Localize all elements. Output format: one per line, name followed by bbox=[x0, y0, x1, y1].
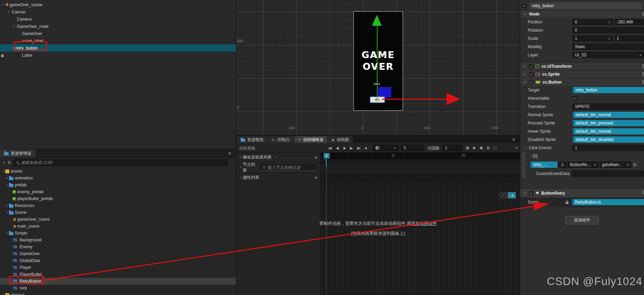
sort-icon[interactable]: ⇅ bbox=[8, 160, 11, 165]
chevron-right-icon[interactable] bbox=[5, 177, 9, 180]
asset-search-box[interactable] bbox=[13, 159, 228, 166]
chevron-down-icon[interactable] bbox=[6, 211, 9, 215]
position-x-field[interactable]: 0X bbox=[572, 19, 613, 25]
panel-menu-icon[interactable] bbox=[512, 137, 515, 142]
tree-node-label-child[interactable]: Label bbox=[0, 52, 236, 59]
tab-animation-editor[interactable]: 动画编辑器 bbox=[294, 136, 327, 143]
gizmo-y-axis-line[interactable] bbox=[377, 25, 378, 100]
tree-node-camera[interactable]: Camera bbox=[0, 15, 236, 23]
chevron-right-icon[interactable] bbox=[5, 204, 9, 207]
chevron-right-icon[interactable] bbox=[1, 294, 5, 295]
create-asset-icon[interactable]: + bbox=[2, 160, 5, 165]
help-icon[interactable] bbox=[642, 80, 644, 84]
custom-event-data-field[interactable] bbox=[572, 171, 644, 177]
tree-node-gameover[interactable]: GameOver bbox=[0, 30, 236, 37]
node-name-field[interactable]: retry_button bbox=[529, 2, 643, 9]
node-list-header[interactable]: 节点列表 ⊙ bbox=[236, 162, 320, 173]
asset-row-enemy-prefab[interactable]: enemy_prefab bbox=[0, 188, 236, 195]
help-icon[interactable] bbox=[642, 64, 644, 68]
node-section-header[interactable]: Node bbox=[520, 10, 644, 18]
pressed-sprite-field[interactable]: default_btn_pressed bbox=[572, 120, 644, 126]
event-component-dropdown[interactable]: ButtonRe...∨ bbox=[568, 162, 599, 168]
scale-y-field[interactable]: 1 bbox=[614, 35, 644, 42]
playhead-marker[interactable]: 0 bbox=[324, 153, 330, 159]
hover-sprite-field[interactable]: default_btn_normal bbox=[572, 128, 644, 134]
asset-row-globaldata[interactable]: GlobalData bbox=[0, 257, 236, 264]
help-icon[interactable] bbox=[642, 72, 644, 76]
tab-assets-manager[interactable]: 资源管理器 bbox=[0, 149, 35, 157]
asset-row-player[interactable]: Player bbox=[0, 264, 236, 271]
chevron-down-icon[interactable] bbox=[6, 231, 9, 235]
event-target-field[interactable]: retry_... bbox=[530, 162, 557, 168]
chevron-right-icon[interactable] bbox=[523, 65, 527, 68]
asset-row-background[interactable]: Background bbox=[0, 237, 236, 243]
grid-icon[interactable]: ▦ bbox=[466, 146, 469, 150]
keyboard-icon[interactable]: ▤ bbox=[487, 146, 489, 150]
add-track-icon[interactable]: + bbox=[315, 155, 317, 160]
component-enabled-checkbox[interactable] bbox=[529, 80, 533, 84]
export-icon[interactable]: ⇥ bbox=[515, 146, 517, 150]
button-section-header[interactable]: cc.Button bbox=[520, 78, 644, 86]
mute-icon[interactable]: ♫ bbox=[274, 155, 276, 159]
asset-row-resources[interactable]: Resources bbox=[0, 202, 236, 209]
interval-field[interactable]: 1 bbox=[443, 145, 462, 151]
target-reference-field[interactable]: retry_button bbox=[572, 87, 644, 93]
asset-row-prefab[interactable]: prefab bbox=[0, 182, 236, 188]
chevron-down-icon[interactable] bbox=[524, 146, 527, 150]
refresh-icon[interactable]: ↻ bbox=[633, 162, 637, 167]
disabled-sprite-field[interactable]: default_btn_disabled bbox=[572, 136, 644, 143]
gizmo-y-axis-arrow-icon[interactable] bbox=[372, 15, 382, 26]
playhead-line-bright[interactable] bbox=[326, 159, 327, 166]
component-enabled-checkbox[interactable] bbox=[529, 72, 533, 76]
skip-start-icon[interactable]: |◀ bbox=[328, 146, 331, 150]
asset-row-root[interactable]: root bbox=[0, 285, 236, 292]
chevron-down-icon[interactable] bbox=[6, 183, 9, 187]
tree-node-scene-root[interactable]: gameOver_scene bbox=[0, 1, 236, 8]
component-enabled-checkbox[interactable] bbox=[529, 64, 533, 68]
chevron-down-icon[interactable] bbox=[523, 12, 526, 16]
interactable-checkbox[interactable] bbox=[572, 96, 577, 100]
component-enabled-checkbox[interactable] bbox=[529, 191, 533, 195]
uitransform-section-header[interactable]: cc.UITransform bbox=[520, 62, 644, 70]
chevron-right-icon[interactable] bbox=[239, 156, 243, 159]
asset-row-scene[interactable]: Scene bbox=[0, 209, 236, 216]
tab-animation-graph[interactable]: 动画图 bbox=[328, 136, 353, 143]
curve-view-toggle[interactable]: ~ bbox=[499, 192, 507, 198]
node-active-checkbox[interactable] bbox=[522, 4, 526, 8]
transition-dropdown[interactable]: SPRITE bbox=[572, 103, 644, 110]
add-component-button[interactable]: 添加组件 bbox=[565, 216, 599, 225]
chevron-down-icon[interactable] bbox=[12, 24, 15, 28]
node-picker-icon[interactable]: Δ bbox=[558, 162, 567, 168]
eye-icon[interactable]: ⊙ bbox=[263, 165, 265, 169]
script-asset-field[interactable]: RetryButton.ts bbox=[572, 199, 644, 205]
sprite-section-header[interactable]: cc.Sprite bbox=[520, 70, 644, 78]
chevron-down-icon[interactable] bbox=[239, 176, 242, 179]
document-icon[interactable]: ▢ bbox=[493, 146, 496, 150]
blue-sprite[interactable] bbox=[378, 87, 391, 98]
frame-unit-dropdown[interactable]: 帧∨ bbox=[373, 145, 399, 151]
buttonretry-section-header[interactable]: ButtonRetry bbox=[520, 188, 644, 197]
layer-dropdown[interactable]: UI_2D∨ bbox=[572, 52, 644, 58]
asset-row-gameover-scene[interactable]: gameOver_scene bbox=[0, 216, 236, 223]
step-forward-icon[interactable]: |▶ bbox=[350, 146, 352, 150]
chevron-down-icon[interactable] bbox=[530, 154, 533, 158]
skip-end-icon[interactable]: ▶| bbox=[357, 146, 360, 150]
normal-sprite-field[interactable]: default_btn_normal bbox=[572, 112, 644, 118]
chevron-down-icon[interactable] bbox=[523, 191, 526, 195]
tree-node-gameover-node[interactable]: GameOver_node bbox=[0, 23, 236, 30]
help-icon[interactable] bbox=[642, 12, 644, 16]
asset-search-input[interactable] bbox=[21, 160, 225, 165]
playhead-line[interactable] bbox=[326, 159, 327, 295]
event-handler-dropdown[interactable]: gotoMain...∨ bbox=[600, 162, 631, 168]
scale-x-field[interactable]: 1X bbox=[572, 35, 613, 42]
asset-row-main-scene[interactable]: main_scene bbox=[0, 223, 236, 230]
asset-row-enemy[interactable]: Enemy bbox=[0, 243, 236, 250]
panel-menu-icon[interactable] bbox=[228, 151, 231, 156]
timeline-ruler[interactable]: 0 10 20 bbox=[321, 153, 520, 159]
node-filter-box[interactable]: ⊙ bbox=[261, 164, 317, 171]
chevron-down-icon[interactable] bbox=[2, 170, 5, 173]
tab-console[interactable]: 控制台 bbox=[268, 136, 294, 143]
rotation-field[interactable]: 0 bbox=[572, 27, 644, 33]
track-list-header[interactable]: 播放器轨道列表♫+ bbox=[236, 153, 320, 162]
tree-node-canvas[interactable]: Canvas bbox=[0, 8, 236, 15]
